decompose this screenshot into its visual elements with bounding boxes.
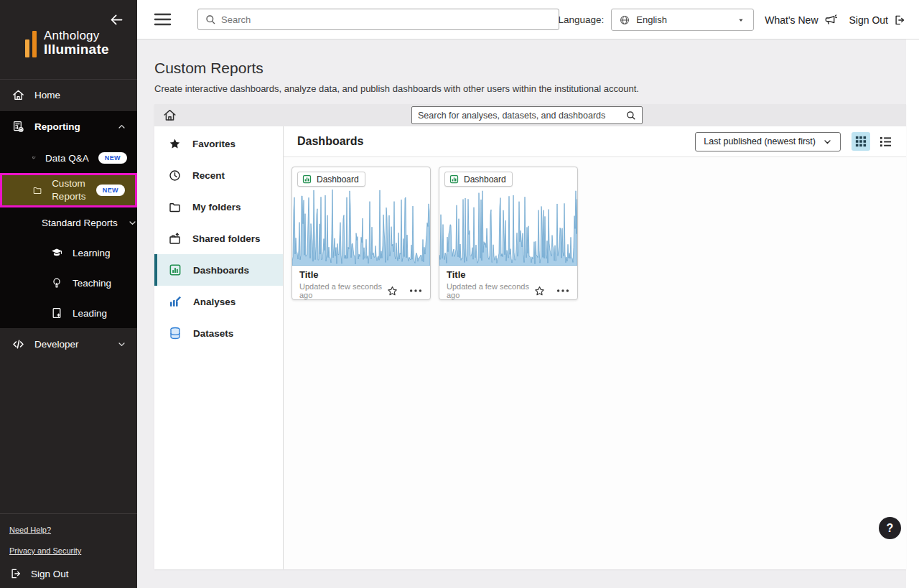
explorer-search-input[interactable] <box>418 111 621 121</box>
sidebar-item-label: Standard Reports <box>42 218 118 228</box>
sidebar-item-label: Home <box>34 90 60 101</box>
nav-item-analyses[interactable]: Analyses <box>154 286 283 317</box>
explorer-search <box>411 106 643 124</box>
sidebar-item-label: Developer <box>34 339 79 350</box>
language-label: Language: <box>558 14 604 25</box>
dashboard-card[interactable]: Dashboard Title Updated a few seconds ag… <box>439 167 578 300</box>
sort-dropdown[interactable]: Last published (newest first) <box>695 132 841 151</box>
nav-item-label: Dashboards <box>193 265 249 276</box>
graduation-cap-icon <box>50 246 63 259</box>
nav-item-label: Datasets <box>193 328 233 339</box>
grid-view-icon <box>855 136 867 147</box>
home-icon <box>11 88 25 102</box>
sidebar-sign-out[interactable]: Sign Out <box>9 567 137 580</box>
sign-out-icon <box>893 14 906 27</box>
datasets-icon <box>168 326 182 340</box>
collapse-sidebar-button[interactable] <box>109 12 124 27</box>
sign-out-label: Sign Out <box>849 14 888 26</box>
nav-item-label: Favorites <box>192 139 235 149</box>
right-margin <box>906 39 919 588</box>
nav-item-my-folders[interactable]: My folders <box>154 191 283 223</box>
card-type-badge: Dashboard <box>444 172 513 187</box>
code-icon <box>11 337 25 351</box>
lightbulb-icon <box>50 276 63 289</box>
brand-line1: Anthology <box>44 29 109 42</box>
nav-item-label: Analyses <box>193 297 235 307</box>
nav-item-label: Shared folders <box>192 233 261 244</box>
topbar: Language: English What's New Sign Out <box>137 0 919 39</box>
list-view-button[interactable] <box>876 132 895 151</box>
need-help-link[interactable]: Need Help? <box>9 526 137 534</box>
nav-item-dashboards[interactable]: Dashboards <box>154 254 283 286</box>
sidebar-item-developer[interactable]: Developer <box>0 328 137 360</box>
sidebar-item-label: Teaching <box>73 278 111 289</box>
page-description: Create interactive dashboards, analyze d… <box>154 83 919 94</box>
dashboard-card[interactable]: Dashboard Title Updated a few seconds ag… <box>291 167 431 300</box>
grid-view-button[interactable] <box>852 132 870 151</box>
sidebar-item-home[interactable]: Home <box>0 79 137 111</box>
nav-item-datasets[interactable]: Datasets <box>154 317 283 349</box>
card-thumbnail-chart <box>439 188 577 266</box>
nav-item-favorites[interactable]: Favorites <box>154 128 283 159</box>
favorite-toggle[interactable] <box>386 285 398 297</box>
sidebar-item-label: Reporting <box>34 121 80 132</box>
sort-value: Last published (newest first) <box>704 136 816 146</box>
sidebar-item-reporting[interactable]: Reporting <box>0 111 137 143</box>
arrow-left-icon <box>109 12 124 27</box>
sidebar-item-teaching[interactable]: Teaching <box>0 268 137 298</box>
reporting-group: Reporting Data Q&A NEW Custom Reports NE… <box>0 111 137 328</box>
explorer-toolbar <box>154 104 906 126</box>
new-badge: NEW <box>98 152 127 164</box>
language-value: English <box>636 14 667 25</box>
privacy-security-link[interactable]: Privacy and Security <box>9 546 137 555</box>
sidebar-item-data-qa[interactable]: Data Q&A NEW <box>0 143 137 173</box>
custom-reports-panel: Favorites Recent My folders Shared folde… <box>154 104 906 569</box>
brand-logo: Anthology Illuminate <box>25 29 109 57</box>
nav-item-label: My folders <box>192 202 241 213</box>
whats-new-label: What's New <box>765 14 818 26</box>
card-menu-button[interactable] <box>556 288 570 294</box>
card-updated-text: Updated a few seconds ago <box>447 282 533 299</box>
analyses-icon <box>168 294 182 309</box>
page-title: Custom Reports <box>154 60 919 77</box>
sidebar-item-label: Custom Reports <box>52 177 87 202</box>
card-type-label: Dashboard <box>317 174 359 185</box>
nav-item-shared-folders[interactable]: Shared folders <box>154 223 283 254</box>
card-title: Title <box>439 266 577 280</box>
sidebar-item-learning[interactable]: Learning <box>0 238 137 268</box>
sidebar-item-custom-reports[interactable]: Custom Reports NEW <box>0 173 137 207</box>
star-outline-icon <box>533 285 546 297</box>
help-button[interactable]: ? <box>879 517 901 539</box>
star-icon <box>168 137 182 151</box>
clock-icon <box>168 169 182 182</box>
explorer-home-button[interactable] <box>162 108 177 123</box>
card-type-label: Dashboard <box>464 174 506 185</box>
sidebar: Anthology Illuminate Home Reporting Data… <box>0 0 137 588</box>
chevron-up-icon <box>116 121 127 132</box>
sidebar-item-standard-reports[interactable]: Standard Reports <box>0 207 137 238</box>
language-select[interactable]: English <box>611 9 754 31</box>
dashboards-icon <box>168 263 182 277</box>
menu-button[interactable] <box>154 12 172 27</box>
dashboard-icon <box>302 174 312 185</box>
sidebar-item-leading[interactable]: Leading <box>0 298 137 328</box>
list-view-icon <box>880 136 892 148</box>
card-type-badge: Dashboard <box>297 172 365 187</box>
caret-down-icon <box>736 15 746 25</box>
nav-item-recent[interactable]: Recent <box>154 159 283 191</box>
folder-icon <box>32 184 42 197</box>
whats-new-button[interactable]: What's New <box>765 13 836 27</box>
megaphone-icon <box>824 13 837 27</box>
main-region: Custom Reports Create interactive dashbo… <box>137 39 919 588</box>
brand-bars-icon <box>25 31 37 57</box>
favorite-toggle[interactable] <box>533 285 546 297</box>
explorer-nav: Favorites Recent My folders Shared folde… <box>154 126 284 569</box>
card-menu-button[interactable] <box>409 288 423 294</box>
star-outline-icon <box>386 285 398 297</box>
brand-line2: Illuminate <box>44 42 109 57</box>
topbar-sign-out[interactable]: Sign Out <box>849 14 906 27</box>
nav-item-label: Recent <box>192 170 225 181</box>
section-title: Dashboards <box>297 135 363 148</box>
global-search-input[interactable] <box>221 14 552 25</box>
sign-out-icon <box>9 567 22 580</box>
